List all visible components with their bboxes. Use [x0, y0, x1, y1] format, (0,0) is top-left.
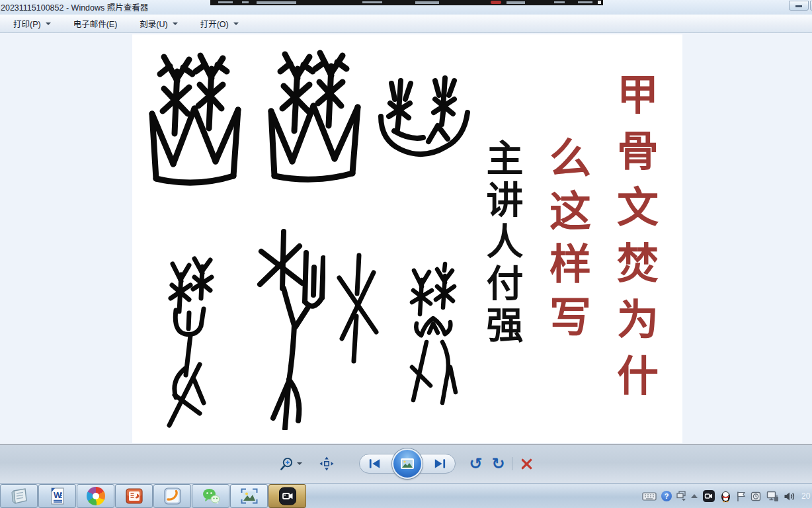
foxit-icon [163, 486, 183, 506]
taskbar-apps: W [0, 484, 307, 508]
taskbar-item-screen-recorder[interactable] [268, 484, 306, 508]
oracle-crossed-branches [334, 253, 382, 365]
toolbar-divider [512, 457, 512, 470]
window-controls [789, 1, 809, 11]
taskbar-item-notepad[interactable] [0, 484, 38, 508]
menu-open[interactable]: 打开(O) [194, 15, 245, 32]
keyboard-icon[interactable] [642, 491, 657, 501]
rotate-ccw-icon: ↺ [469, 456, 482, 471]
slide-title-column-1: 甲骨文焚为什 [604, 73, 665, 423]
viewer-toolbar: ↺ ↻ [279, 454, 532, 474]
network-icon[interactable] [766, 491, 779, 502]
bar-fragment [415, 1, 439, 4]
oracle-plant-and-hand [164, 255, 217, 430]
navigation-group [359, 454, 456, 474]
previous-icon [368, 458, 382, 470]
bar-fragment [554, 1, 565, 3]
notepad-icon [9, 486, 29, 506]
taskbar-item-wechat[interactable] [192, 484, 229, 508]
zoom-dropdown[interactable] [297, 462, 302, 465]
browser-pinwheel-icon [87, 487, 105, 505]
bar-fragment [218, 1, 233, 3]
taskbar-item-word[interactable]: W [38, 484, 76, 508]
slide-title-column-2: 么这样写 [537, 136, 597, 361]
system-tray: ? [642, 484, 812, 508]
qq-icon[interactable] [720, 490, 731, 503]
photo-viewer-icon [239, 486, 259, 506]
zoom-icon [279, 456, 294, 472]
powerpoint-icon [124, 486, 144, 506]
fit-to-window-icon [319, 456, 334, 471]
oracle-fen-trees-over-fire-1 [145, 50, 245, 192]
viewer-canvas: 主讲人付强 甲骨文焚为什 么这样写 [0, 33, 812, 444]
bar-fragment [242, 1, 249, 3]
taskbar: W [0, 483, 812, 508]
chevron-down-icon [173, 22, 178, 25]
bar-fragment [362, 1, 382, 3]
slideshow-play-button[interactable] [392, 448, 423, 479]
input-help-icon[interactable]: ? [661, 491, 672, 501]
bar-fragment [598, 1, 601, 4]
word-icon: W [48, 486, 67, 506]
menu-print-label: 打印(P) [13, 17, 41, 30]
slideshow-play-icon [399, 456, 415, 472]
volume-icon[interactable] [784, 491, 795, 502]
menu-email[interactable]: 电子邮件(E) [67, 15, 124, 32]
bar-fragment [578, 1, 592, 3]
menu-open-label: 打开(O) [200, 17, 229, 30]
taskbar-clock[interactable]: 20 [801, 491, 812, 501]
clock-utility-icon[interactable] [751, 491, 762, 502]
chevron-down-icon [233, 22, 239, 25]
window-stack-icon[interactable] [676, 491, 686, 501]
oracle-tall-tree-fork [249, 228, 325, 430]
wechat-icon [201, 486, 221, 506]
viewer-toolbar-area: ↺ ↻ [0, 444, 812, 484]
action-center-flag-icon[interactable] [736, 491, 746, 502]
slide-image: 主讲人付强 甲骨文焚为什 么这样写 [132, 34, 682, 443]
next-icon [433, 458, 446, 470]
lecturer-text: 主讲人付强 [475, 139, 528, 357]
bar-fragment [257, 1, 296, 4]
previous-button[interactable] [368, 458, 382, 470]
window-title: 20231115100852 - Windows 照片查看器 [1, 1, 148, 13]
bar-fragment [507, 1, 525, 4]
fit-to-window-button[interactable] [319, 456, 334, 471]
taskbar-item-photo-viewer[interactable] [230, 484, 268, 508]
chevron-down-icon [297, 462, 302, 465]
show-hidden-icons-chevron[interactable] [691, 494, 698, 498]
oracle-fen-trees-over-fire-2 [264, 49, 364, 189]
taskbar-item-foxit[interactable] [153, 484, 191, 508]
photo-viewer-window: 20231115100852 - Windows 照片查看器 打印(P) 电子邮… [0, 0, 812, 483]
menu-burn[interactable]: 刻录(U) [133, 15, 184, 32]
rotate-cw-icon: ↻ [492, 456, 505, 471]
zoom-button[interactable] [279, 456, 294, 472]
minimize-button[interactable] [789, 1, 809, 11]
menu-burn-label: 刻录(U) [140, 17, 167, 30]
bar-recording-badge [491, 1, 501, 4]
menu-email-label: 电子邮件(E) [73, 17, 118, 30]
taskbar-item-browser[interactable] [77, 484, 114, 508]
minimize-icon [795, 5, 802, 7]
delete-button[interactable] [520, 458, 533, 470]
delete-icon [520, 458, 533, 470]
rotate-ccw-button[interactable]: ↺ [469, 456, 482, 471]
screen-recorder-icon [278, 486, 298, 506]
oracle-plants-over-figure [405, 261, 462, 410]
next-button[interactable] [433, 458, 446, 470]
chevron-down-icon [46, 22, 51, 25]
tray-recorder-icon[interactable] [702, 489, 715, 503]
menu-bar: 打印(P) 电子邮件(E) 刻录(U) 打开(O) [0, 15, 812, 33]
oracle-fen-plants-over-basin [376, 74, 471, 179]
taskbar-item-powerpoint[interactable] [115, 484, 153, 508]
menu-print[interactable]: 打印(P) [7, 15, 58, 32]
rotate-cw-button[interactable]: ↻ [492, 456, 505, 471]
background-window-bar[interactable] [210, 0, 603, 5]
